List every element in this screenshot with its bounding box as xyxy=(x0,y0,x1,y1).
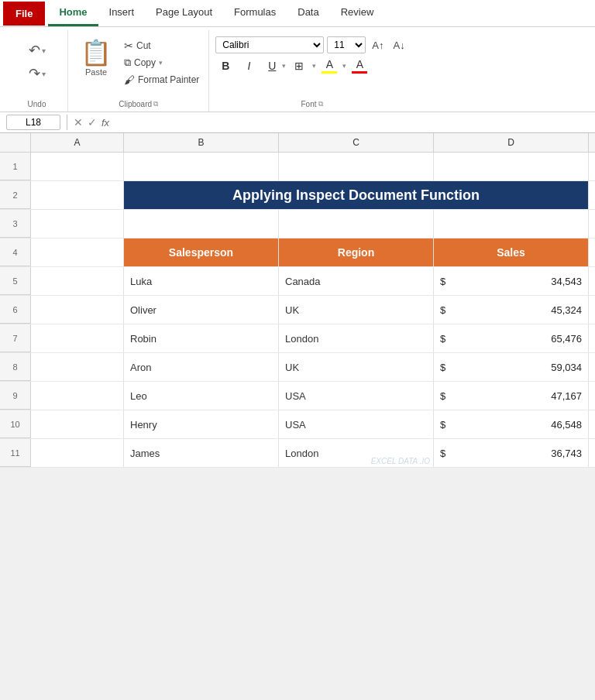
confirm-formula-icon[interactable]: ✓ xyxy=(88,116,97,129)
format-painter-button[interactable]: 🖌 Format Painter xyxy=(121,72,202,88)
col-header-d[interactable]: D xyxy=(434,133,589,152)
font-size-select[interactable]: 11 xyxy=(327,36,366,53)
ribbon: ↶ ▾ ↷ ▾ Undo 📋 Paste ✂ Cut xyxy=(0,27,595,112)
font-color-button[interactable]: A xyxy=(349,57,370,75)
col-header-region[interactable]: Region xyxy=(279,238,434,266)
cell-b3[interactable] xyxy=(124,210,279,238)
currency-symbol-9: $ xyxy=(440,390,445,402)
cell-b5[interactable]: Luka xyxy=(124,267,279,295)
font-controls: Calibri 11 A↑ A↓ B I U ▾ ⊞ ▾ A xyxy=(215,33,408,75)
cell-a11[interactable] xyxy=(31,439,124,467)
tab-insert[interactable]: Insert xyxy=(98,0,146,26)
redo-icon: ↷ xyxy=(29,65,40,82)
tab-page-layout[interactable]: Page Layout xyxy=(145,0,223,26)
redo-dropdown-arrow[interactable]: ▾ xyxy=(42,70,46,78)
font-grow-button[interactable]: A↑ xyxy=(369,38,387,53)
tab-review[interactable]: Review xyxy=(330,0,385,26)
cell-c6[interactable]: UK xyxy=(279,296,434,324)
underline-dropdown-arrow[interactable]: ▾ xyxy=(282,62,286,70)
cancel-formula-icon[interactable]: ✕ xyxy=(74,116,83,129)
cell-b8[interactable]: Aron xyxy=(124,353,279,381)
col-header-b[interactable]: B xyxy=(124,133,279,152)
table-row: 10 Henry USA $ 46,548 xyxy=(0,410,595,439)
cell-d9[interactable]: $ 47,167 xyxy=(434,382,589,410)
cell-d8[interactable]: $ 59,034 xyxy=(434,353,589,381)
fx-button[interactable]: fx xyxy=(101,117,109,129)
cell-c1[interactable] xyxy=(279,153,434,180)
row-header-5: 5 xyxy=(0,267,31,295)
cell-reference-box[interactable]: L18 xyxy=(6,115,60,130)
tab-data[interactable]: Data xyxy=(287,0,329,26)
borders-dropdown-arrow[interactable]: ▾ xyxy=(312,62,316,70)
cell-b1[interactable] xyxy=(124,153,279,180)
cell-a9[interactable] xyxy=(31,382,124,410)
cell-a8[interactable] xyxy=(31,353,124,381)
redo-button[interactable]: ↷ ▾ xyxy=(24,63,50,84)
bold-button[interactable]: B xyxy=(215,57,236,75)
col-header-a[interactable]: A xyxy=(31,133,124,152)
cell-c3[interactable] xyxy=(279,210,434,238)
cell-d1[interactable] xyxy=(434,153,589,180)
table-row: 7 Robin London $ 65,476 xyxy=(0,324,595,353)
title-cell[interactable]: Applying Inspect Document Function xyxy=(124,181,589,209)
borders-button[interactable]: ⊞ xyxy=(289,57,309,75)
cell-b10[interactable]: Henry xyxy=(124,410,279,438)
cell-a10[interactable] xyxy=(31,410,124,438)
row-header-2: 2 xyxy=(0,181,31,209)
undo-button[interactable]: ↶ ▾ xyxy=(24,39,50,61)
clipboard-dialog-launcher[interactable]: ⧉ xyxy=(153,100,158,108)
col-header-c[interactable]: C xyxy=(279,133,434,152)
font-shrink-button[interactable]: A↓ xyxy=(390,38,408,53)
cell-d5[interactable]: $ 34,543 xyxy=(434,267,589,295)
paste-button[interactable]: 📋 Paste xyxy=(74,35,118,80)
cell-a4[interactable] xyxy=(31,238,124,266)
cell-d7[interactable]: $ 65,476 xyxy=(434,324,589,352)
formula-input[interactable] xyxy=(112,117,589,129)
cell-c5[interactable]: Canada xyxy=(279,267,434,295)
highlight-color-button[interactable]: A xyxy=(319,57,339,75)
tab-file[interactable]: File xyxy=(3,2,45,26)
underline-button[interactable]: U xyxy=(262,57,282,75)
cell-c10[interactable]: USA xyxy=(279,410,434,438)
cell-c8[interactable]: UK xyxy=(279,353,434,381)
font-group: Calibri 11 A↑ A↓ B I U ▾ ⊞ ▾ A xyxy=(209,30,414,112)
cell-b7[interactable]: Robin xyxy=(124,324,279,352)
cell-c7[interactable]: London xyxy=(279,324,434,352)
font-dialog-launcher[interactable]: ⧉ xyxy=(318,100,323,108)
cell-d10[interactable]: $ 46,548 xyxy=(434,410,589,438)
cell-a2[interactable] xyxy=(31,181,124,209)
cell-a1[interactable] xyxy=(31,153,124,180)
amount-6: 45,324 xyxy=(551,304,582,316)
font-family-select[interactable]: Calibri xyxy=(215,36,324,53)
currency-symbol-6: $ xyxy=(440,304,445,316)
italic-button[interactable]: I xyxy=(239,57,259,75)
cell-a5[interactable] xyxy=(31,267,124,295)
undo-icon: ↶ xyxy=(29,42,40,59)
cut-button[interactable]: ✂ Cut xyxy=(121,38,202,53)
tab-home[interactable]: Home xyxy=(48,0,98,26)
cell-a7[interactable] xyxy=(31,324,124,352)
column-headers: A B C D xyxy=(0,133,595,153)
col-header-sales[interactable]: Sales xyxy=(434,238,589,266)
cell-b11[interactable]: James xyxy=(124,439,279,467)
cell-d3[interactable] xyxy=(434,210,589,238)
currency-symbol-10: $ xyxy=(440,419,445,431)
tab-formulas[interactable]: Formulas xyxy=(223,0,287,26)
cell-d11[interactable]: $ 36,743 xyxy=(434,439,589,467)
amount-9: 47,167 xyxy=(551,390,582,402)
highlight-dropdown-arrow[interactable]: ▾ xyxy=(342,62,346,70)
cell-a6[interactable] xyxy=(31,296,124,324)
cell-b6[interactable]: Oliver xyxy=(124,296,279,324)
copy-button[interactable]: ⧉ Copy ▾ xyxy=(121,55,202,70)
col-header-salesperson[interactable]: Salesperson xyxy=(124,238,279,266)
cell-d6[interactable]: $ 45,324 xyxy=(434,296,589,324)
amount-10: 46,548 xyxy=(551,419,582,431)
cell-c9[interactable]: USA xyxy=(279,382,434,410)
cell-c11[interactable]: London EXCEL DATA .IO xyxy=(279,439,434,467)
cell-a3[interactable] xyxy=(31,210,124,238)
copy-dropdown-arrow[interactable]: ▾ xyxy=(159,59,163,67)
undo-dropdown-arrow[interactable]: ▾ xyxy=(42,46,46,55)
font-group-label: Font ⧉ xyxy=(301,98,323,112)
currency-symbol-5: $ xyxy=(440,276,445,287)
cell-b9[interactable]: Leo xyxy=(124,382,279,410)
